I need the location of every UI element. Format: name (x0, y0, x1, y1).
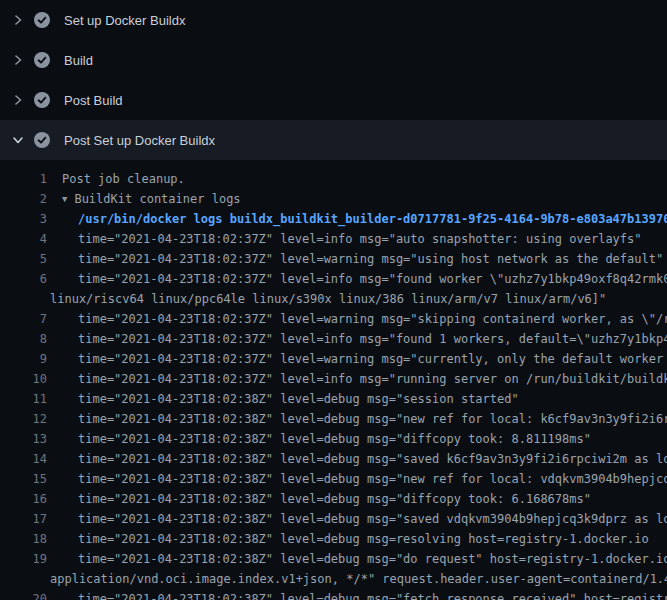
log-message: time="2021-04-23T18:02:37Z" level=info m… (78, 232, 642, 246)
line-number[interactable]: 8 (0, 329, 47, 349)
line-number[interactable]: 9 (0, 349, 47, 369)
log-line-text: time="2021-04-23T18:02:38Z" level=debug … (47, 509, 667, 529)
log-message: time="2021-04-23T18:02:38Z" level=debug … (78, 592, 667, 600)
log-line: 19 time="2021-04-23T18:02:38Z" level=deb… (0, 549, 667, 569)
log-line-text: time="2021-04-23T18:02:38Z" level=debug … (47, 489, 667, 509)
log-message: time="2021-04-23T18:02:38Z" level=debug … (78, 412, 667, 426)
line-number[interactable]: 17 (0, 509, 47, 529)
log-line: 11 time="2021-04-23T18:02:38Z" level=deb… (0, 389, 667, 409)
line-number[interactable]: 3 (0, 209, 47, 229)
log-line-text: linux/riscv64 linux/ppc64le linux/s390x … (47, 289, 667, 309)
log-line-text: time="2021-04-23T18:02:38Z" level=debug … (47, 549, 667, 569)
triangle-down-icon[interactable]: ▼ (62, 194, 74, 204)
line-number[interactable]: 20 (0, 589, 47, 600)
log-message: time="2021-04-23T18:02:37Z" level=warnin… (78, 252, 663, 266)
line-number[interactable]: 16 (0, 489, 47, 509)
step-name-label: Post Build (64, 93, 123, 108)
actions-log-panel: Set up Docker Buildx Build (0, 0, 667, 600)
step-header-set-up-docker-buildx[interactable]: Set up Docker Buildx (0, 0, 667, 40)
log-line: 13 time="2021-04-23T18:02:38Z" level=deb… (0, 429, 667, 449)
log-line-text: application/vnd.oci.image.index.v1+json,… (47, 569, 667, 589)
log-line: 16 time="2021-04-23T18:02:38Z" level=deb… (0, 489, 667, 509)
log-line-text: time="2021-04-23T18:02:37Z" level=info m… (47, 369, 667, 389)
log-line: 12 time="2021-04-23T18:02:38Z" level=deb… (0, 409, 667, 429)
log-line-text: time="2021-04-23T18:02:37Z" level=warnin… (47, 309, 667, 329)
chevron-container (12, 134, 34, 146)
step-name-label: Build (64, 53, 93, 68)
log-line-text: time="2021-04-23T18:02:38Z" level=debug … (47, 449, 667, 469)
log-line: 20 time="2021-04-23T18:02:38Z" level=deb… (0, 589, 667, 600)
log-line-text: time="2021-04-23T18:02:38Z" level=debug … (47, 469, 667, 489)
log-message: time="2021-04-23T18:02:37Z" level=info m… (78, 372, 667, 386)
check-circle-icon (34, 12, 50, 28)
log-message: time="2021-04-23T18:02:38Z" level=debug … (78, 472, 667, 486)
line-number[interactable]: 18 (0, 529, 47, 549)
step-name-label: Set up Docker Buildx (64, 13, 185, 28)
chevron-container (12, 54, 34, 66)
log-line-text: time="2021-04-23T18:02:37Z" level=info m… (47, 269, 667, 289)
line-number[interactable]: 7 (0, 309, 47, 329)
step-header-post-set-up-docker-buildx[interactable]: Post Set up Docker Buildx (0, 120, 667, 160)
log-viewer: 1 Post job cleanup. 2 ▼BuildKit containe… (0, 160, 667, 600)
line-number[interactable]: 12 (0, 409, 47, 429)
log-line: 9 time="2021-04-23T18:02:37Z" level=warn… (0, 349, 667, 369)
line-number[interactable]: 2 (0, 189, 47, 209)
line-number[interactable]: 6 (0, 269, 47, 289)
line-number[interactable]: 15 (0, 469, 47, 489)
log-line: linux/riscv64 linux/ppc64le linux/s390x … (0, 289, 667, 309)
check-circle-icon (34, 92, 50, 108)
log-message: time="2021-04-23T18:02:38Z" level=debug … (78, 492, 591, 506)
log-line-text: time="2021-04-23T18:02:37Z" level=warnin… (47, 349, 667, 369)
line-number[interactable] (0, 569, 47, 589)
log-line: 14 time="2021-04-23T18:02:38Z" level=deb… (0, 449, 667, 469)
log-message: time="2021-04-23T18:02:38Z" level=debug … (78, 532, 649, 546)
log-line: 10 time="2021-04-23T18:02:37Z" level=inf… (0, 369, 667, 389)
log-line-text: time="2021-04-23T18:02:38Z" level=debug … (47, 409, 667, 429)
line-number[interactable]: 19 (0, 549, 47, 569)
log-message: time="2021-04-23T18:02:37Z" level=warnin… (78, 352, 667, 366)
log-line: 8 time="2021-04-23T18:02:37Z" level=info… (0, 329, 667, 349)
log-line-text: time="2021-04-23T18:02:38Z" level=debug … (47, 589, 667, 600)
line-number[interactable]: 1 (0, 169, 47, 189)
log-line-text: time="2021-04-23T18:02:38Z" level=debug … (47, 529, 667, 549)
chevron-right-icon (12, 54, 24, 66)
log-line: 15 time="2021-04-23T18:02:38Z" level=deb… (0, 469, 667, 489)
log-line-text: /usr/bin/docker logs buildx_buildkit_bui… (47, 209, 667, 229)
line-number[interactable] (0, 289, 47, 309)
log-message: time="2021-04-23T18:02:38Z" level=debug … (78, 392, 519, 406)
chevron-right-icon (12, 14, 24, 26)
chevron-right-icon (12, 94, 24, 106)
log-message: Post job cleanup. (62, 172, 185, 186)
log-line-text: Post job cleanup. (47, 169, 667, 189)
step-list: Set up Docker Buildx Build (0, 0, 667, 160)
log-line: application/vnd.oci.image.index.v1+json,… (0, 569, 667, 589)
log-message: time="2021-04-23T18:02:37Z" level=info m… (78, 332, 667, 346)
log-line-text: time="2021-04-23T18:02:38Z" level=debug … (47, 389, 667, 409)
log-line: 3 /usr/bin/docker logs buildx_buildkit_b… (0, 209, 667, 229)
log-message: time="2021-04-23T18:02:38Z" level=debug … (78, 432, 591, 446)
line-number[interactable]: 13 (0, 429, 47, 449)
check-circle-icon (34, 132, 50, 148)
line-number[interactable]: 10 (0, 369, 47, 389)
log-line: 5 time="2021-04-23T18:02:37Z" level=warn… (0, 249, 667, 269)
log-line-text: time="2021-04-23T18:02:37Z" level=info m… (47, 229, 667, 249)
step-header-post-build[interactable]: Post Build (0, 80, 667, 120)
log-message: application/vnd.oci.image.index.v1+json,… (50, 572, 667, 586)
log-line: 7 time="2021-04-23T18:02:37Z" level=warn… (0, 309, 667, 329)
line-number[interactable]: 4 (0, 229, 47, 249)
log-line: 6 time="2021-04-23T18:02:37Z" level=info… (0, 269, 667, 289)
log-line: 2 ▼BuildKit container logs (0, 189, 667, 209)
log-line-text: time="2021-04-23T18:02:37Z" level=warnin… (47, 249, 667, 269)
line-number[interactable]: 5 (0, 249, 47, 269)
log-message: linux/riscv64 linux/ppc64le linux/s390x … (50, 292, 606, 306)
log-line: 18 time="2021-04-23T18:02:38Z" level=deb… (0, 529, 667, 549)
line-number[interactable]: 11 (0, 389, 47, 409)
log-line-text: ▼BuildKit container logs (47, 189, 667, 209)
log-message: time="2021-04-23T18:02:38Z" level=debug … (78, 452, 667, 466)
log-line-text: time="2021-04-23T18:02:38Z" level=debug … (47, 429, 667, 449)
step-header-build[interactable]: Build (0, 40, 667, 80)
log-message: /usr/bin/docker logs buildx_buildkit_bui… (78, 212, 667, 226)
log-line: 17 time="2021-04-23T18:02:38Z" level=deb… (0, 509, 667, 529)
line-number[interactable]: 14 (0, 449, 47, 469)
chevron-down-icon (12, 134, 24, 146)
